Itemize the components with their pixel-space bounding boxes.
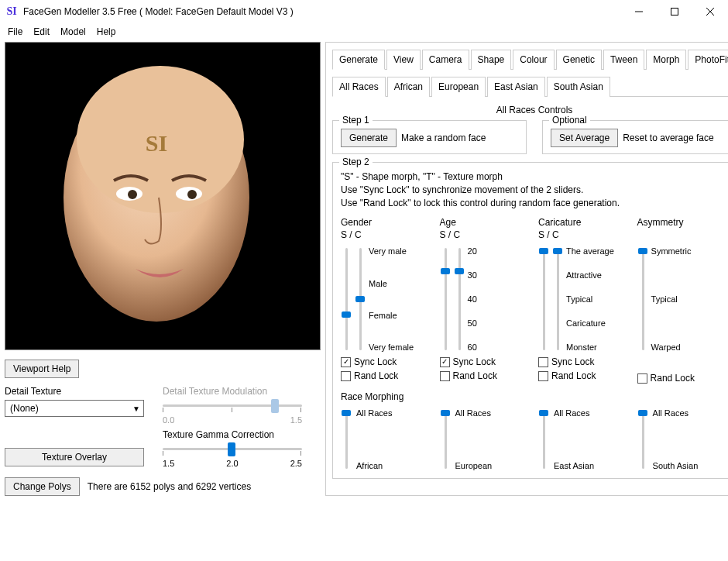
svg-rect-1 (671, 9, 678, 15)
asymmetry-column: Asymmetry Symmetric Typical Warped Rand … (637, 217, 728, 384)
tab-photofit[interactable]: PhotoFit (688, 50, 728, 70)
detail-modulation-label: Detail Texture Modulation (163, 386, 302, 397)
age-scale-0: 20 (468, 246, 477, 256)
gender-slider-c[interactable] (355, 245, 366, 353)
asymmetry-slider[interactable] (637, 245, 648, 353)
maximize-button[interactable] (657, 0, 692, 23)
caricature-slider-s[interactable] (538, 245, 549, 353)
gender-scale-1: Male (369, 279, 414, 288)
gender-scale-2: Female (369, 311, 414, 320)
race-1-bottom: European (455, 461, 493, 470)
subtab-african[interactable]: African (387, 77, 430, 97)
race-2-bottom: East Asian (554, 461, 594, 470)
gamma-max: 2.5 (290, 459, 302, 468)
gender-scale-0: Very male (369, 246, 414, 256)
race-3-bottom: South Asian (653, 461, 699, 470)
texture-overlay-button[interactable]: Texture Overlay (5, 448, 144, 466)
age-slider-s[interactable] (440, 245, 451, 353)
tab-view[interactable]: View (386, 50, 421, 70)
subtab-east-asian[interactable]: East Asian (487, 77, 545, 97)
tab-colour[interactable]: Colour (513, 50, 554, 70)
age-slider-c[interactable] (454, 245, 465, 353)
generate-description: Make a random face (401, 133, 486, 143)
gamma-label: Texture Gamma Correction (163, 429, 302, 440)
viewport-3d[interactable]: SI (5, 42, 321, 350)
caricature-scale-4: Monster (566, 342, 614, 352)
age-sync-lock-checkbox[interactable]: ✓ (440, 357, 450, 367)
menu-edit[interactable]: Edit (29, 25, 54, 39)
close-button[interactable] (692, 0, 728, 23)
age-rand-lock-checkbox[interactable] (440, 371, 450, 381)
asymmetry-scale-0: Symmetric (651, 246, 692, 256)
race-0-bottom: African (356, 461, 392, 470)
menubar: File Edit Model Help (0, 23, 728, 42)
sub-tabs: All Races African European East Asian So… (332, 76, 728, 97)
gender-sync-lock-checkbox[interactable]: ✓ (341, 357, 351, 367)
menu-file[interactable]: File (3, 25, 27, 39)
tab-genetic[interactable]: Genetic (556, 50, 602, 70)
asymmetry-rand-lock-label: Rand Lock (651, 373, 695, 384)
generate-button[interactable]: Generate (341, 129, 397, 147)
age-sub: S / C (440, 229, 531, 240)
gender-column: Gender S / C Very male Male Female Very … (341, 217, 432, 384)
gender-slider-s[interactable] (341, 245, 352, 353)
age-rand-lock-label: Rand Lock (453, 370, 497, 381)
race-slider-east-asian[interactable] (538, 407, 549, 472)
window-title: FaceGen Modeller 3.5 Free ( Model: FaceG… (23, 6, 621, 17)
menu-help[interactable]: Help (92, 25, 121, 39)
menu-model[interactable]: Model (56, 25, 91, 39)
caricature-slider-c[interactable] (552, 245, 563, 353)
age-column: Age S / C 20 30 40 50 60 ✓Sync Lock (440, 217, 531, 384)
gender-sub: S / C (341, 229, 432, 240)
tab-morph[interactable]: Morph (646, 50, 686, 70)
asymmetry-scale-2: Warped (651, 342, 692, 352)
detail-texture-select[interactable]: (None) ▼ (5, 400, 144, 417)
race-1-top: All Races (455, 408, 493, 418)
poly-status: There are 6152 polys and 6292 vertices (88, 481, 251, 492)
gamma-slider[interactable] (163, 440, 302, 459)
age-scale-2: 40 (468, 294, 477, 304)
caricature-title: Caricature (538, 217, 630, 228)
gender-rand-lock-checkbox[interactable] (341, 371, 351, 381)
caricature-column: Caricature S / C The average Attractive … (538, 217, 630, 384)
chevron-down-icon: ▼ (132, 404, 140, 413)
tab-camera[interactable]: Camera (422, 50, 469, 70)
step1-legend: Step 1 (339, 115, 373, 126)
asymmetry-sub (637, 229, 728, 240)
maximize-icon (671, 8, 678, 15)
main-tabs: Generate View Camera Shape Colour Geneti… (332, 49, 728, 70)
svg-text:SI: SI (146, 130, 167, 156)
minimize-icon (635, 8, 643, 15)
subtab-south-asian[interactable]: South Asian (547, 77, 610, 97)
left-panel: SI Viewport Help Detail Texture (None) ▼… (5, 42, 321, 496)
optional-legend: Optional (549, 115, 590, 126)
race-slider-south-asian[interactable] (637, 407, 648, 472)
asymmetry-title: Asymmetry (637, 217, 728, 228)
subtab-european[interactable]: European (431, 77, 486, 97)
race-slider-african[interactable] (341, 407, 352, 472)
detail-modulation-slider[interactable] (163, 397, 302, 415)
subtab-all-races[interactable]: All Races (332, 77, 386, 97)
change-polys-button[interactable]: Change Polys (5, 477, 80, 496)
gamma-mid: 2.0 (226, 459, 238, 468)
caricature-rand-lock-checkbox[interactable] (538, 371, 548, 381)
viewport-help-button[interactable]: Viewport Help (5, 360, 79, 378)
tab-generate[interactable]: Generate (332, 50, 385, 70)
tab-tween[interactable]: Tween (603, 50, 644, 70)
close-icon (706, 8, 714, 15)
caricature-sync-lock-checkbox[interactable] (538, 357, 548, 367)
tab-shape[interactable]: Shape (471, 50, 512, 70)
asymmetry-rand-lock-checkbox[interactable] (637, 373, 647, 384)
titlebar: SI FaceGen Modeller 3.5 Free ( Model: Fa… (0, 0, 728, 23)
set-average-description: Reset to average face (623, 133, 713, 143)
race-morphing-title: Race Morphing (341, 391, 728, 402)
gender-scale-3: Very female (369, 342, 414, 352)
minimize-button[interactable] (621, 0, 657, 23)
caricature-scale-2: Typical (566, 294, 614, 304)
app-icon: SI (5, 5, 19, 19)
race-slider-european[interactable] (440, 407, 451, 472)
set-average-button[interactable]: Set Average (551, 129, 618, 147)
age-scale-1: 30 (468, 270, 477, 280)
asymmetry-scale-1: Typical (651, 294, 692, 304)
age-scale-4: 60 (468, 342, 477, 352)
